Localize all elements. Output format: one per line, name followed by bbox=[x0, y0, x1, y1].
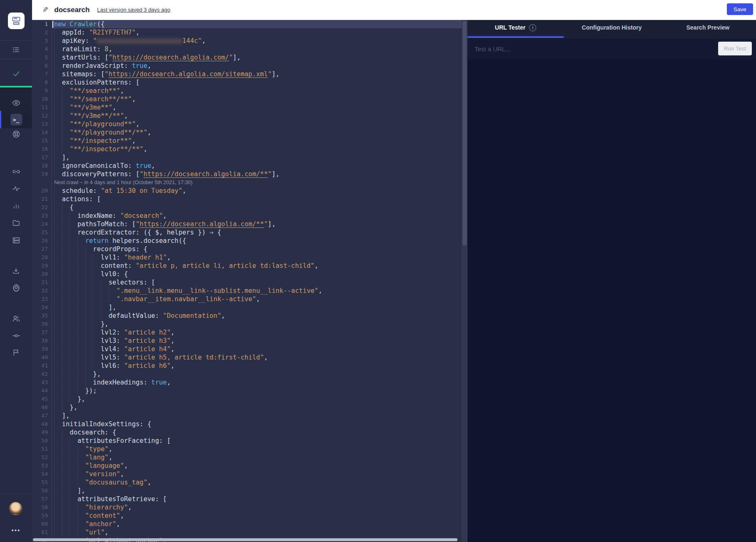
code-line-20[interactable]: 20 schedule: "at 15:30 on Tuesday", bbox=[32, 187, 462, 195]
code-text: return helpers.docsearch({ bbox=[52, 237, 462, 245]
code-line-36[interactable]: 36 }, bbox=[32, 320, 462, 328]
terminal-chip: >_ bbox=[10, 114, 22, 125]
vertical-scrollbar-thumb[interactable] bbox=[463, 21, 467, 246]
app-logo[interactable] bbox=[8, 12, 25, 29]
line-number: 8 bbox=[32, 78, 52, 87]
code-line-35[interactable]: 35 defaultValue: "Documentation", bbox=[32, 312, 462, 320]
code-line-54[interactable]: 54 "version", bbox=[32, 470, 462, 478]
code-line-50[interactable]: 50 attributesForFaceting: [ bbox=[32, 437, 462, 445]
sidebar-item-check[interactable] bbox=[0, 65, 32, 82]
code-line-51[interactable]: 51 "type", bbox=[32, 445, 462, 453]
code-line-21[interactable]: 21 actions: [ bbox=[32, 195, 462, 203]
sidebar-overflow-menu[interactable]: ••• bbox=[0, 527, 32, 534]
bar-chart-icon bbox=[12, 202, 20, 210]
last-version-link[interactable]: Last version saved 3 days ago bbox=[97, 7, 170, 13]
tab-configuration-history[interactable]: Configuration History bbox=[564, 17, 660, 37]
code-line-8[interactable]: 8 exclusionPatterns: [ bbox=[32, 78, 462, 87]
code-line-26[interactable]: 26 return helpers.docsearch({ bbox=[32, 237, 462, 245]
code-line-24[interactable]: 24 pathsToMatch: ["https://docsearch.alg… bbox=[32, 220, 462, 228]
code-text: indexHeadings: true, bbox=[52, 378, 462, 387]
code-line-2[interactable]: 2 appId: "R2IYF7ETH7", bbox=[32, 28, 462, 37]
code-line-48[interactable]: 48 initialIndexSettings: { bbox=[32, 420, 462, 428]
code-line-27[interactable]: 27 recordProps: { bbox=[32, 245, 462, 253]
code-line-13[interactable]: 13 "**/playground**", bbox=[32, 120, 462, 128]
code-line-39[interactable]: 39 lvl4: "article h4", bbox=[32, 345, 462, 353]
code-line-52[interactable]: 52 "lang", bbox=[32, 453, 462, 462]
code-line-5[interactable]: 5 startUrls: ["https://docsearch.algolia… bbox=[32, 53, 462, 62]
editor-horizontal-scrollbar[interactable] bbox=[33, 538, 458, 541]
code-line-40[interactable]: 40 lvl5: "article h5, article td:first-c… bbox=[32, 353, 462, 362]
code-line-22[interactable]: 22 { bbox=[32, 203, 462, 212]
code-line-34[interactable]: 34 ], bbox=[32, 303, 462, 312]
sidebar-item-download[interactable] bbox=[0, 262, 32, 279]
code-line-61[interactable]: 61 "url", bbox=[32, 528, 462, 537]
code-line-4[interactable]: 4 rateLimit: 8, bbox=[32, 45, 462, 53]
code-line-23[interactable]: 23 indexName: "docsearch", bbox=[32, 212, 462, 220]
sidebar-item-terminal[interactable]: >_ bbox=[0, 111, 32, 128]
code-line-28[interactable]: 28 lvl1: "header h1", bbox=[32, 253, 462, 262]
code-editor[interactable]: 1new Crawler({2 appId: "R2IYF7ETH7",3 ap… bbox=[32, 20, 468, 542]
code-line-42[interactable]: 42 }, bbox=[32, 370, 462, 378]
sidebar-item-link[interactable] bbox=[0, 163, 32, 180]
code-line-6[interactable]: 6 renderJavaScript: true, bbox=[32, 62, 462, 70]
code-line-9[interactable]: 9 "**/search**", bbox=[32, 87, 462, 95]
code-line-57[interactable]: 57 attributesToRetrieve: [ bbox=[32, 495, 462, 503]
code-line-1[interactable]: 1new Crawler({ bbox=[32, 20, 462, 28]
code-line-53[interactable]: 53 "language", bbox=[32, 462, 462, 470]
code-line-14[interactable]: 14 "**/playground**/**", bbox=[32, 128, 462, 137]
code-line-25[interactable]: 25 recordExtractor: ({ $, helpers }) ⇒ { bbox=[32, 228, 462, 237]
code-line-19[interactable]: 19 discoveryPatterns: ["https://docsearc… bbox=[32, 170, 462, 178]
code-line-30[interactable]: 30 lvl0: { bbox=[32, 270, 462, 278]
line-number: 54 bbox=[32, 470, 52, 478]
code-line-15[interactable]: 15 "**/inspector**", bbox=[32, 137, 462, 145]
sidebar-item-bar-chart[interactable] bbox=[0, 197, 32, 214]
tab-url-tester[interactable]: URL Testeri bbox=[468, 17, 564, 37]
sidebar-item-list[interactable] bbox=[0, 41, 32, 58]
code-text: apiKey: "xxxxxxxxxxxxxxxxxxxxxx144c", bbox=[52, 37, 462, 45]
code-line-49[interactable]: 49 docsearch: { bbox=[32, 428, 462, 437]
code-line-38[interactable]: 38 lvl3: "article h3", bbox=[32, 337, 462, 345]
code-line-17[interactable]: 17 ], bbox=[32, 153, 462, 162]
sidebar-item-activity[interactable] bbox=[0, 180, 32, 197]
sidebar-item-server[interactable] bbox=[0, 232, 32, 249]
code-line-60[interactable]: 60 "anchor", bbox=[32, 520, 462, 528]
save-button[interactable]: Save bbox=[727, 3, 753, 15]
line-number: 51 bbox=[32, 445, 52, 453]
code-line-29[interactable]: 29 content: "article p, article li, arti… bbox=[32, 262, 462, 270]
test-url-input[interactable] bbox=[475, 38, 708, 60]
code-line-32[interactable]: 32 ".menu__link.menu__link--sublist.menu… bbox=[32, 287, 462, 295]
sidebar-item-flag[interactable] bbox=[0, 344, 32, 361]
user-avatar[interactable] bbox=[9, 502, 22, 515]
code-line-59[interactable]: 59 "content", bbox=[32, 512, 462, 520]
code-line-56[interactable]: 56 ], bbox=[32, 487, 462, 495]
sidebar-item-eye[interactable] bbox=[0, 95, 32, 111]
code-line-7[interactable]: 7 sitemaps: ["https://docsearch.algolia.… bbox=[32, 70, 462, 78]
code-line-45[interactable]: 45 }, bbox=[32, 395, 462, 403]
code-line-10[interactable]: 10 "**/search**/**", bbox=[32, 95, 462, 103]
sidebar-item-lifebuoy[interactable] bbox=[0, 126, 32, 142]
code-line-16[interactable]: 16 "**/inspector**/**", bbox=[32, 145, 462, 153]
code-text: lvl0: { bbox=[52, 270, 462, 278]
code-line-47[interactable]: 47 ], bbox=[32, 412, 462, 420]
code-line-41[interactable]: 41 lvl6: "article h6", bbox=[32, 362, 462, 370]
info-icon[interactable]: i bbox=[529, 24, 536, 31]
code-line-37[interactable]: 37 lvl2: "article h2", bbox=[32, 328, 462, 337]
code-line-33[interactable]: 33 ".navbar__item.navbar__link--active", bbox=[32, 295, 462, 303]
sidebar-item-folder[interactable] bbox=[0, 215, 32, 231]
run-test-button[interactable]: Run Test bbox=[718, 42, 752, 55]
sidebar-item-gear[interactable] bbox=[0, 279, 32, 296]
sidebar-item-users[interactable] bbox=[0, 310, 32, 327]
code-line-43[interactable]: 43 indexHeadings: true, bbox=[32, 378, 462, 387]
code-line-58[interactable]: 58 "hierarchy", bbox=[32, 503, 462, 512]
code-line-18[interactable]: 18 ignoreCanonicalTo: true, bbox=[32, 162, 462, 170]
code-line-55[interactable]: 55 "docusaurus_tag", bbox=[32, 478, 462, 487]
code-line-46[interactable]: 46 }, bbox=[32, 403, 462, 412]
code-line-11[interactable]: 11 "**/v3me**", bbox=[32, 103, 462, 112]
code-line-12[interactable]: 12 "**/v3me**/**", bbox=[32, 112, 462, 120]
code-line-44[interactable]: 44 }); bbox=[32, 387, 462, 395]
code-line-3[interactable]: 3 apiKey: "xxxxxxxxxxxxxxxxxxxxxx144c", bbox=[32, 37, 462, 45]
edit-name-pencil-icon[interactable]: ✎ bbox=[42, 5, 48, 14]
tab-search-preview[interactable]: Search Preview bbox=[660, 17, 756, 37]
code-line-31[interactable]: 31 selectors: [ bbox=[32, 278, 462, 287]
sidebar-item-git-commit[interactable] bbox=[0, 327, 32, 344]
